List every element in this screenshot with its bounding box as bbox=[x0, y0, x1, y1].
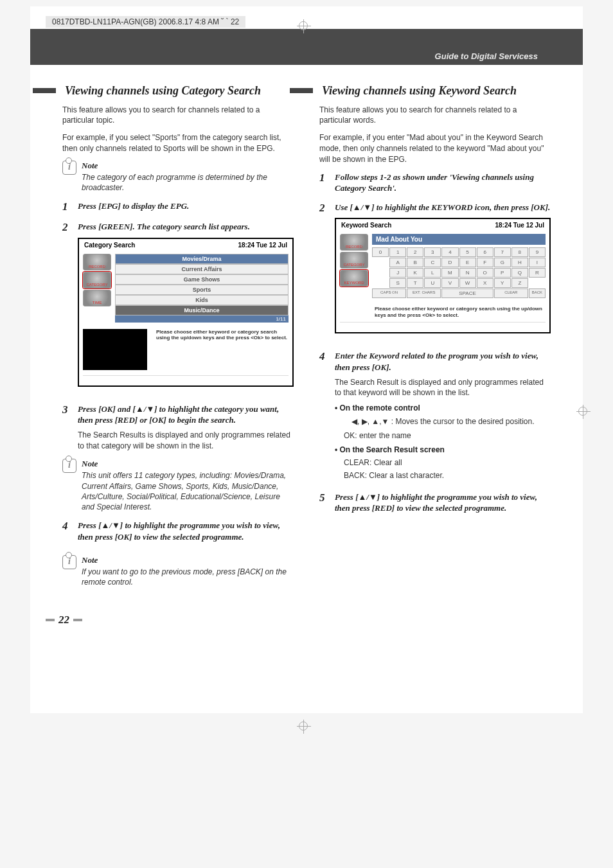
kb-key: C bbox=[424, 258, 441, 267]
step-number: 1 bbox=[62, 200, 70, 213]
category-row: Kids bbox=[115, 295, 289, 305]
step-item: 2 Press [GREEN]. The category search lis… bbox=[62, 221, 294, 396]
step-heading: Press [OK] and [▲/▼] to highlight the ca… bbox=[78, 403, 294, 426]
pn-bar-icon bbox=[73, 619, 82, 621]
kb-key: Y bbox=[494, 278, 511, 288]
pn-bar-icon bbox=[46, 619, 55, 621]
preview-box bbox=[83, 329, 147, 370]
ui-clock: 18:24 Tue 12 Jul bbox=[495, 222, 544, 229]
note-text: This unit offers 11 category types, incl… bbox=[82, 470, 294, 512]
note-text: The category of each programme is determ… bbox=[82, 172, 294, 193]
info-icon bbox=[62, 555, 76, 569]
kb-key: 1 bbox=[389, 247, 406, 257]
side-icon: KEYWORD bbox=[340, 270, 368, 287]
keyword-search-screenshot: Keyword Search 18:24 Tue 12 Jul RECORD C… bbox=[335, 218, 551, 333]
step-number: 3 bbox=[62, 403, 70, 452]
category-row: Music/Dance bbox=[115, 305, 289, 315]
left-section-title: Viewing channels using Category Search bbox=[62, 84, 294, 98]
kb-key: Q bbox=[511, 268, 528, 278]
side-icon: CATEGORY bbox=[83, 272, 111, 288]
kb-key: T bbox=[407, 278, 423, 288]
kb-key: U bbox=[424, 278, 441, 288]
kb-key: A bbox=[389, 258, 406, 267]
category-row: Sports bbox=[115, 285, 289, 295]
bullet-heading: • On the remote control bbox=[335, 403, 551, 412]
kb-key: H bbox=[511, 258, 528, 267]
crop-mark-bottom bbox=[297, 720, 316, 739]
kb-key: N bbox=[459, 268, 476, 278]
step-number: 2 bbox=[62, 221, 70, 396]
kb-key: 6 bbox=[477, 247, 493, 257]
step-number: 4 bbox=[319, 350, 327, 483]
category-row: Current Affairs bbox=[115, 264, 289, 274]
kb-key: W bbox=[459, 278, 476, 288]
kb-key: 9 bbox=[529, 247, 546, 257]
kb-key: 5 bbox=[459, 247, 476, 257]
kb-key: J bbox=[389, 268, 406, 278]
kb-key: 2 bbox=[407, 247, 423, 257]
step-heading: Follow steps 1-2 as shown under 'Viewing… bbox=[335, 172, 551, 194]
kb-key: 7 bbox=[494, 247, 511, 257]
category-row: Game Shows bbox=[115, 274, 289, 285]
note-block: Note This unit offers 11 category types,… bbox=[62, 459, 294, 512]
bullet-heading: • On the Search Result screen bbox=[335, 445, 551, 454]
ok-text: OK: enter the name bbox=[344, 431, 551, 440]
right-section-title: Viewing channels using Keyword Search bbox=[319, 84, 551, 98]
note-label: Note bbox=[82, 459, 294, 469]
document-page: 0817DTBD-LN11PA-AGN(GB) 2006.8.17 4:8 AM… bbox=[30, 6, 583, 713]
file-header-tag: 0817DTBD-LN11PA-AGN(GB) 2006.8.17 4:8 AM… bbox=[46, 16, 245, 28]
side-icon: RECORD bbox=[83, 254, 111, 270]
kb-key: S bbox=[389, 278, 406, 288]
kb-key: I bbox=[529, 258, 546, 267]
kb-key: X bbox=[477, 278, 493, 288]
side-icon: TIME bbox=[83, 290, 111, 306]
left-column: Viewing channels using Category Search T… bbox=[62, 84, 294, 596]
kb-key-clear: CLEAR bbox=[494, 288, 528, 298]
onscreen-keyboard: 0 1 2 3 4 5 6 7 8 9 bbox=[372, 247, 546, 298]
category-search-screenshot: Category Search 18:24 Tue 12 Jul RECORD … bbox=[78, 238, 294, 387]
section-header-bar: Guide to Digital Servicess bbox=[30, 29, 583, 65]
category-list: Movies/Drama Current Affairs Game Shows … bbox=[115, 254, 289, 323]
page-number: 22 bbox=[58, 614, 69, 626]
kb-key: Z bbox=[511, 278, 528, 288]
step-item: 3 Press [OK] and [▲/▼] to highlight the … bbox=[62, 403, 294, 452]
kb-key: R bbox=[529, 268, 546, 278]
kb-key: O bbox=[477, 268, 493, 278]
step-heading: Enter the Keyword related to the program… bbox=[335, 350, 551, 373]
step-number: 1 bbox=[319, 172, 327, 194]
kb-key-back: BACK bbox=[529, 288, 546, 298]
kb-key: 0 bbox=[372, 247, 389, 257]
ui-hint: Please choose either keyword or category… bbox=[151, 326, 292, 374]
kb-key: K bbox=[407, 268, 423, 278]
left-intro-2: For example, if you select "Sports" from… bbox=[62, 132, 294, 154]
step-item: 2 Use [▲/▼] to highlight the KEYWORD ico… bbox=[319, 202, 551, 343]
kb-key-space: SPACE bbox=[441, 288, 493, 298]
kb-key-caps: CAPS ON bbox=[372, 288, 406, 298]
step-heading: Press [▲/▼] to highlight the programme y… bbox=[78, 520, 294, 542]
step-number: 2 bbox=[319, 202, 327, 343]
left-intro-1: This feature allows you to search for ch… bbox=[62, 105, 294, 127]
arrows-text: ◀, ▶, ▲,▼ : Moves the cursor to the desi… bbox=[351, 416, 551, 427]
clear-text: CLEAR: Clear all bbox=[344, 458, 551, 467]
kb-key: D bbox=[441, 258, 458, 267]
kb-key: 4 bbox=[441, 247, 458, 257]
kb-key: B bbox=[407, 258, 423, 267]
kb-key: F bbox=[477, 258, 493, 267]
ui-clock: 18:24 Tue 12 Jul bbox=[238, 242, 287, 249]
note-block: Note If you want to go to the previous m… bbox=[62, 555, 294, 587]
note-label: Note bbox=[82, 555, 294, 565]
kb-key: 3 bbox=[424, 247, 441, 257]
step-item: 4 Enter the Keyword related to the progr… bbox=[319, 350, 551, 483]
ui-hint: Please choose either keyword or category… bbox=[336, 302, 549, 321]
kb-key: V bbox=[441, 278, 458, 288]
crop-mark-right bbox=[576, 405, 596, 424]
step-heading: Press [EPG] to display the EPG. bbox=[78, 200, 294, 212]
kb-key: M bbox=[441, 268, 458, 278]
content-columns: Viewing channels using Category Search T… bbox=[46, 84, 567, 596]
step-subtext: The Search Result is displayed and only … bbox=[335, 377, 551, 399]
keyword-entry: Mad About You bbox=[372, 234, 546, 245]
note-block: Note The category of each programme is d… bbox=[62, 161, 294, 193]
kb-key-ext: EXT. CHARS bbox=[407, 288, 441, 298]
note-text: If you want to go to the previous mode, … bbox=[82, 567, 294, 587]
back-text: BACK: Clear a last character. bbox=[344, 471, 551, 480]
